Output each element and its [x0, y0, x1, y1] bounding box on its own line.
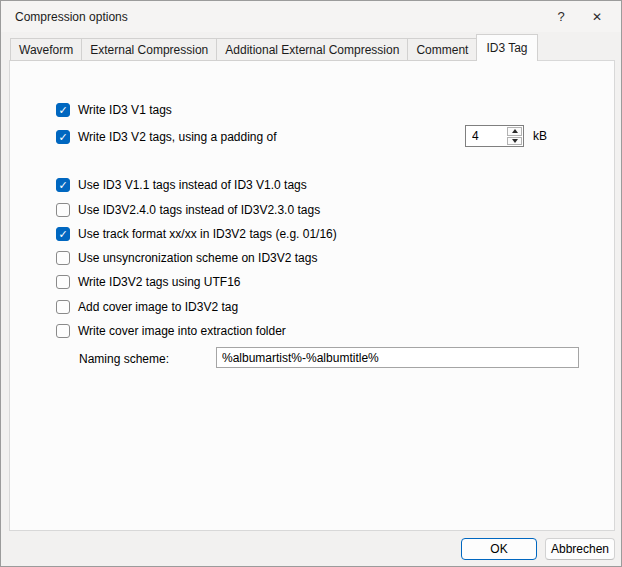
arrow-up-icon: [512, 129, 518, 133]
checkbox-label: Use track format xx/xx in ID3V2 tags (e.…: [78, 227, 337, 241]
checkbox-label: Write cover image into extraction folder: [78, 324, 286, 338]
tab-label: Waveform: [19, 43, 73, 57]
checkbox-row-add-cover-image[interactable]: Add cover image to ID3V2 tag: [56, 299, 238, 315]
padding-value-input[interactable]: [466, 126, 506, 146]
checkbox-label: Use ID3 V1.1 tags instead of ID3 V1.0 ta…: [78, 178, 307, 192]
naming-scheme-label: Naming scheme:: [79, 352, 169, 366]
checkbox[interactable]: [56, 203, 70, 217]
checkbox-label: Add cover image to ID3V2 tag: [78, 300, 238, 314]
checkbox-row-utf16[interactable]: Write ID3V2 tags using UTF16: [56, 274, 241, 290]
help-icon[interactable]: ?: [543, 1, 579, 32]
tab-comment[interactable]: Comment: [407, 38, 477, 61]
padding-unit-label: kB: [533, 129, 547, 143]
naming-scheme-input[interactable]: [216, 347, 579, 368]
checkbox-label: Write ID3 V2 tags, using a padding of: [78, 130, 277, 144]
tab-waveform[interactable]: Waveform: [10, 38, 82, 61]
checkbox-row-write-id3v1[interactable]: Write ID3 V1 tags: [56, 102, 172, 118]
tab-additional-external-compression[interactable]: Additional External Compression: [216, 38, 408, 61]
compression-options-dialog: Compression options ? ✕ Waveform Externa…: [0, 0, 622, 567]
checkbox-row-use-id3v11[interactable]: Use ID3 V1.1 tags instead of ID3 V1.0 ta…: [56, 177, 307, 193]
tab-external-compression[interactable]: External Compression: [81, 38, 217, 61]
close-icon[interactable]: ✕: [579, 1, 615, 32]
checkbox[interactable]: [56, 130, 70, 144]
tab-id3-tag[interactable]: ID3 Tag: [476, 34, 537, 61]
tab-label: Comment: [416, 43, 468, 57]
checkbox[interactable]: [56, 103, 70, 117]
spinner-buttons: [506, 126, 523, 146]
title-bar: Compression options ? ✕: [1, 1, 621, 32]
checkbox[interactable]: [56, 227, 70, 241]
spinner-down-button[interactable]: [507, 137, 522, 146]
checkbox[interactable]: [56, 324, 70, 338]
checkbox-row-write-id3v2[interactable]: Write ID3 V2 tags, using a padding of: [56, 129, 277, 145]
tab-strip: Waveform External Compression Additional…: [10, 34, 538, 61]
arrow-down-icon: [512, 139, 518, 143]
titlebar-buttons: ? ✕: [543, 1, 621, 32]
checkbox[interactable]: [56, 251, 70, 265]
checkbox-label: Write ID3 V1 tags: [78, 103, 172, 117]
spinner-up-button[interactable]: [507, 127, 522, 136]
checkbox-label: Write ID3V2 tags using UTF16: [78, 275, 241, 289]
window-title: Compression options: [1, 10, 128, 24]
ok-button[interactable]: OK: [461, 538, 537, 560]
checkbox-row-unsyncronization[interactable]: Use unsyncronization scheme on ID3V2 tag…: [56, 250, 317, 266]
padding-spinner-group: kB: [465, 125, 547, 147]
checkbox-label: Use unsyncronization scheme on ID3V2 tag…: [78, 251, 317, 265]
cancel-button[interactable]: Abbrechen: [545, 538, 615, 560]
tab-label: External Compression: [90, 43, 208, 57]
checkbox-row-write-cover-image[interactable]: Write cover image into extraction folder: [56, 323, 286, 339]
checkbox-label: Use ID3V2.4.0 tags instead of ID3V2.3.0 …: [78, 203, 320, 217]
checkbox-row-track-format[interactable]: Use track format xx/xx in ID3V2 tags (e.…: [56, 226, 337, 242]
checkbox[interactable]: [56, 275, 70, 289]
checkbox-row-use-id3v240[interactable]: Use ID3V2.4.0 tags instead of ID3V2.3.0 …: [56, 202, 320, 218]
padding-spinner: [465, 125, 524, 147]
checkbox[interactable]: [56, 300, 70, 314]
checkbox[interactable]: [56, 178, 70, 192]
tab-label: ID3 Tag: [486, 41, 527, 55]
tab-label: Additional External Compression: [225, 43, 399, 57]
